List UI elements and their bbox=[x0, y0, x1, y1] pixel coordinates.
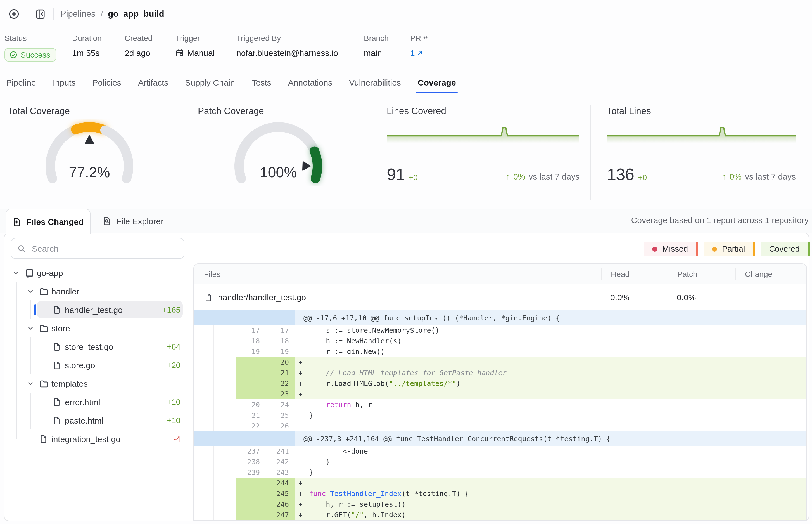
diff-marker bbox=[294, 335, 309, 346]
bubble-plus-icon[interactable] bbox=[8, 8, 20, 20]
chevron-down-icon[interactable] bbox=[27, 380, 34, 387]
tab-file-explorer[interactable]: File Explorer bbox=[94, 209, 172, 233]
tab-policies[interactable]: Policies bbox=[91, 71, 123, 93]
legend-chip-partial[interactable]: Partial bbox=[704, 242, 755, 256]
code-text bbox=[309, 357, 807, 367]
search-input[interactable] bbox=[31, 243, 178, 253]
total-lines-trend: ↑ 0% vs last 7 days bbox=[722, 172, 796, 181]
old-line-number bbox=[236, 478, 266, 488]
code-text: h, r := setupTest() bbox=[309, 499, 807, 509]
code-text: } bbox=[309, 410, 807, 421]
line-change-count: -4 bbox=[173, 434, 181, 443]
code-text: func TestHandler_Index(t *testing.T) { bbox=[309, 488, 807, 499]
check-circle-icon bbox=[10, 51, 17, 59]
collapse-sidebar-icon[interactable] bbox=[34, 8, 46, 20]
diff-line: 246+ h, r := setupTest() bbox=[194, 499, 807, 509]
legend-chip-missed[interactable]: Missed bbox=[644, 242, 698, 256]
diff-marker: + bbox=[294, 357, 309, 367]
new-line-number: 24 bbox=[266, 399, 294, 410]
tree-item-store_test.go[interactable]: store_test.go+64 bbox=[4, 337, 190, 356]
tree-item-paste.html[interactable]: paste.html+10 bbox=[4, 411, 190, 429]
line-change-count: +10 bbox=[167, 397, 181, 406]
diff-line: 20+ bbox=[194, 357, 807, 367]
tree-item-go-app[interactable]: go-app bbox=[4, 263, 190, 282]
gutter-cell bbox=[214, 399, 236, 410]
tree-item-integration_test.go[interactable]: integration_test.go-4 bbox=[4, 429, 190, 448]
gutter-cell bbox=[194, 446, 214, 456]
diff-line: 1717 s := store.NewMemoryStore() bbox=[194, 325, 807, 335]
diff-hunk-header: @@ -237,3 +241,164 @@ func TestHandler_C… bbox=[194, 431, 807, 446]
chevron-down-icon[interactable] bbox=[27, 324, 34, 332]
tree-item-store[interactable]: store bbox=[4, 319, 190, 337]
arrow-up-right-icon bbox=[417, 49, 424, 56]
old-line-number bbox=[236, 499, 266, 509]
tab-inputs[interactable]: Inputs bbox=[51, 71, 78, 93]
tab-annotations[interactable]: Annotations bbox=[286, 71, 334, 93]
file-name-cell[interactable]: handler/handler_test.go bbox=[194, 293, 601, 302]
hunk-gutter bbox=[194, 310, 294, 325]
gutter-cell bbox=[214, 378, 236, 389]
tab-coverage[interactable]: Coverage bbox=[416, 71, 458, 93]
legend-chip-covered[interactable]: Covered bbox=[761, 242, 810, 256]
status-value: Success bbox=[21, 50, 50, 59]
tab-artifacts[interactable]: Artifacts bbox=[136, 71, 170, 93]
gutter-cell bbox=[194, 399, 214, 410]
new-line-number: 244 bbox=[266, 478, 294, 488]
tree-item-store.go[interactable]: store.go+20 bbox=[4, 356, 190, 374]
created-cell: Created 2d ago bbox=[124, 34, 153, 58]
top-bar: Pipelines / go_app_build bbox=[0, 0, 812, 28]
diff-marker bbox=[294, 346, 309, 357]
tab-tests[interactable]: Tests bbox=[250, 71, 273, 93]
execution-summary: Status Success Duration 1m 55s Created 2… bbox=[0, 28, 812, 71]
gutter-cell bbox=[194, 499, 214, 509]
file-icon bbox=[52, 305, 61, 314]
tree-item-templates[interactable]: templates bbox=[4, 374, 190, 393]
diff-marker: + bbox=[294, 488, 309, 499]
new-line-number: 22 bbox=[266, 378, 294, 389]
legend-dot bbox=[652, 246, 657, 251]
table-row[interactable]: handler/handler_test.go 0.0% 0.0% - bbox=[194, 283, 807, 310]
tab-vulnerabilities[interactable]: Vulnerabilities bbox=[347, 71, 403, 93]
coverage-legend: MissedPartialCovered bbox=[644, 242, 810, 256]
old-line-number bbox=[236, 389, 266, 399]
pr-link[interactable]: 1 bbox=[410, 48, 427, 58]
tab-supply-chain[interactable]: Supply Chain bbox=[183, 71, 236, 93]
diff-marker: + bbox=[294, 509, 309, 520]
code-text: r.GET("/", h.Index) bbox=[309, 509, 807, 520]
new-line-number: 18 bbox=[266, 335, 294, 346]
hunk-text: @@ -17,6 +17,10 @@ func setupTest() (*Ha… bbox=[294, 310, 807, 325]
code-text: r := gin.New() bbox=[309, 346, 807, 357]
chevron-down-icon[interactable] bbox=[27, 288, 34, 295]
tab-files-changed[interactable]: Files Changed bbox=[5, 209, 90, 234]
chevron-down-icon[interactable] bbox=[12, 269, 20, 276]
tab-pipeline[interactable]: Pipeline bbox=[4, 71, 38, 93]
triggered-by-cell: Triggered By nofar.bluestein@harness.io bbox=[236, 34, 338, 58]
tree-item-handler[interactable]: handler bbox=[4, 282, 190, 300]
breadcrumb-pipelines[interactable]: Pipelines bbox=[60, 9, 96, 19]
old-line-number: 22 bbox=[236, 421, 266, 431]
lines-covered-trend: ↑ 0% vs last 7 days bbox=[506, 172, 579, 181]
tree-item-error.html[interactable]: error.html+10 bbox=[4, 393, 190, 411]
folder-icon bbox=[39, 324, 48, 332]
total-coverage-value: 77.2% bbox=[34, 164, 145, 181]
gutter-cell bbox=[194, 357, 214, 367]
file-tree: go-apphandlerhandler_test.go+165storesto… bbox=[4, 263, 190, 454]
status-badge: Success bbox=[4, 48, 56, 62]
file-icon bbox=[52, 361, 61, 369]
gutter-cell bbox=[214, 456, 236, 467]
code-text: return h, r bbox=[309, 399, 807, 410]
coverage-report-note: Coverage based on 1 report across 1 repo… bbox=[631, 215, 809, 225]
file-plus-icon bbox=[12, 217, 21, 226]
total-lines-stat: 136 +0 bbox=[607, 165, 647, 184]
duration-value: 1m 55s bbox=[72, 48, 102, 58]
diff-marker bbox=[294, 399, 309, 410]
gutter-cell bbox=[194, 389, 214, 399]
old-line-number bbox=[236, 488, 266, 499]
diff-marker: + bbox=[294, 378, 309, 389]
diff-marker bbox=[294, 421, 309, 431]
search-box[interactable] bbox=[11, 238, 184, 259]
tree-item-label: integration_test.go bbox=[51, 434, 120, 443]
total-lines-value: 136 bbox=[607, 165, 634, 184]
created-label: Created bbox=[124, 34, 153, 43]
tree-item-handler_test.go[interactable]: handler_test.go+165 bbox=[4, 300, 190, 319]
